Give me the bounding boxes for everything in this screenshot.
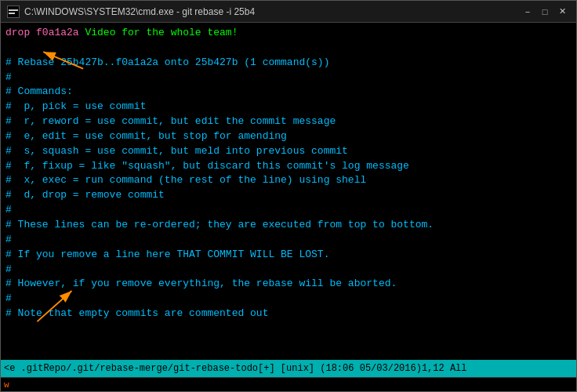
- line-drop-def: # d, drop = remove commit: [5, 188, 572, 203]
- line-hash-empty4: #: [5, 263, 572, 278]
- line-commands-header: # Commands:: [5, 85, 572, 100]
- line-fixup-def: # f, fixup = like "squash", but discard …: [5, 159, 572, 174]
- line-empty1: [5, 41, 572, 56]
- line-edit-def: # e, edit = use commit, but stop for ame…: [5, 129, 572, 144]
- title-bar: C:\WINDOWS\SYSTEM32\cmd.exe - git rebase…: [1, 1, 576, 23]
- terminal-content: drop f0a1a2a Video for the whole team! #…: [5, 26, 572, 321]
- bottom-bar: w: [1, 377, 576, 391]
- window-title: C:\WINDOWS\SYSTEM32\cmd.exe - git rebase…: [24, 6, 520, 17]
- svg-rect-2: [9, 13, 15, 14]
- drop-keyword: drop: [5, 27, 30, 38]
- line-squash-def: # s, squash = use commit, but meld into …: [5, 144, 572, 159]
- line-hash-empty5: #: [5, 292, 572, 307]
- svg-rect-0: [8, 6, 19, 17]
- window-controls: − □ ✕: [520, 5, 570, 19]
- status-bar: <e .gitRepo/.git/rebase-merge/git-rebase…: [1, 360, 576, 377]
- line-hash-empty: #: [5, 71, 572, 85]
- commit-message: Video for the whole team!: [79, 27, 238, 38]
- app-icon: [7, 5, 20, 18]
- close-button[interactable]: ✕: [554, 5, 570, 19]
- line-lost-note: # If you remove a line here THAT COMMIT …: [5, 248, 572, 263]
- line-reorder-note: # These lines can be re-ordered; they ar…: [5, 218, 572, 233]
- line-exec-def: # x, exec = run command (the rest of the…: [5, 173, 572, 188]
- line-drop: drop f0a1a2a Video for the whole team!: [5, 26, 572, 41]
- status-text: <e .gitRepo/.git/rebase-merge/git-rebase…: [4, 363, 467, 374]
- minimize-button[interactable]: −: [520, 5, 535, 19]
- svg-rect-1: [9, 9, 18, 11]
- line-reword-def: # r, reword = use commit, but edit the c…: [5, 114, 572, 129]
- line-hash-empty2: #: [5, 203, 572, 218]
- terminal-window: C:\WINDOWS\SYSTEM32\cmd.exe - git rebase…: [0, 0, 577, 392]
- line-hash-empty3: #: [5, 233, 572, 248]
- bottom-text: w: [4, 380, 9, 390]
- line-note-text: # Note that empty commits are commented …: [5, 307, 572, 321]
- commit-hash: f0a1a2a: [36, 27, 79, 38]
- line-aborted-note: # However, if you remove everything, the…: [5, 277, 572, 292]
- line-pick-def: # p, pick = use commit: [5, 100, 572, 114]
- terminal-area[interactable]: drop f0a1a2a Video for the whole team! #…: [1, 23, 576, 360]
- line-rebase-info: # Rebase 25b427b..f0a1a2a onto 25b427b (…: [5, 56, 572, 71]
- maximize-button[interactable]: □: [537, 5, 553, 19]
